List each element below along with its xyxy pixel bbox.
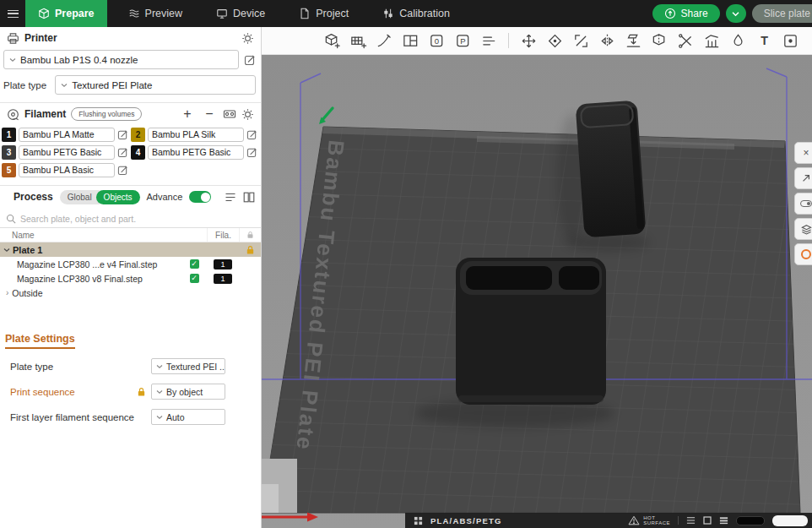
move-button[interactable]	[519, 31, 538, 50]
rotate-button[interactable]	[545, 31, 564, 50]
printer-select[interactable]: Bambu Lab P1S 0.4 nozzle	[3, 50, 239, 69]
filament-color-badge[interactable]: 1	[2, 128, 16, 142]
remove-filament-button[interactable]: −	[201, 107, 218, 121]
filament-settings-button[interactable]	[241, 108, 254, 121]
orange-ring-icon	[801, 249, 811, 259]
model-object-b[interactable]	[456, 258, 606, 405]
visibility-checkbox[interactable]: ✓	[190, 274, 199, 283]
tab-prepare[interactable]: Prepare	[25, 0, 107, 27]
filament-color-badge[interactable]: 2	[131, 128, 145, 142]
plate-corner-step	[262, 484, 279, 513]
tree-row-outside[interactable]: › Outside	[0, 286, 261, 300]
add-filament-button[interactable]: +	[179, 107, 196, 121]
printer-settings-button[interactable]	[241, 32, 254, 45]
filament-select[interactable]: Bambu PETG Basic	[19, 145, 115, 160]
filament-assign-badge[interactable]: 1	[214, 274, 231, 284]
tab-device[interactable]: Device	[203, 0, 278, 27]
first-layer-sequence-select[interactable]: Auto	[151, 409, 225, 425]
color-paint-button[interactable]	[728, 31, 747, 50]
flushing-volumes-button[interactable]: Flushing volumes	[71, 107, 142, 121]
slider-handle[interactable]	[772, 515, 808, 526]
filament-edit-button[interactable]	[246, 129, 257, 140]
filament-color-badge[interactable]: 4	[131, 145, 145, 160]
filament-select[interactable]: Bambu PLA Silk	[148, 128, 244, 142]
filament-select[interactable]: Bambu PLA Matte	[19, 128, 115, 142]
model-object-a[interactable]	[576, 101, 647, 238]
layers-icon	[801, 224, 812, 235]
filament-edit-button[interactable]	[246, 147, 257, 158]
filament-color-badge[interactable]: 5	[2, 163, 16, 177]
search-input[interactable]: Search plate, object and part.	[0, 210, 261, 228]
toggle-objects[interactable]: Objects	[96, 190, 140, 204]
expand-tool-button[interactable]	[794, 167, 812, 189]
ams-sync-button[interactable]	[223, 108, 236, 120]
filament-select[interactable]: Bambu PETG Basic	[148, 145, 244, 160]
mirror-button[interactable]	[598, 31, 616, 50]
gear-icon	[241, 108, 254, 121]
support-icon	[703, 32, 721, 50]
prepare-icon	[38, 8, 50, 19]
toggle-global[interactable]: Global	[60, 190, 100, 204]
share-button[interactable]: Share	[652, 4, 720, 23]
printer-edit-button[interactable]	[244, 54, 256, 66]
support-button[interactable]	[702, 31, 721, 50]
auto-orient-button[interactable]	[375, 31, 393, 50]
filament-edit-button[interactable]	[117, 147, 128, 158]
close-tool-button[interactable]: ×	[794, 142, 812, 164]
hamburger-icon	[8, 10, 19, 18]
tab-calibration[interactable]: Calibration	[370, 0, 463, 27]
tree-row-plate-1[interactable]: Plate 1	[0, 242, 261, 257]
add-plate-button[interactable]	[349, 31, 367, 50]
cut-button[interactable]	[676, 31, 695, 50]
layers-tool-button[interactable]	[794, 218, 812, 240]
plate-lock-button[interactable]	[239, 242, 261, 257]
model-shadow	[566, 234, 650, 251]
print-sequence-select[interactable]: By object	[151, 384, 225, 400]
scale-button[interactable]	[571, 31, 590, 50]
slice-plate-button[interactable]: Slice plate	[752, 4, 812, 23]
filament-indicator-button[interactable]	[794, 243, 812, 265]
tab-project[interactable]: Project	[286, 0, 361, 27]
printer-section-title: Printer	[24, 32, 57, 44]
lock-gold-icon	[246, 245, 255, 255]
menu-button[interactable]	[0, 0, 25, 27]
column-name: Name	[0, 231, 181, 240]
list-tool-button[interactable]	[479, 31, 498, 50]
zero-tool-button[interactable]: 0	[427, 31, 446, 50]
seam-button[interactable]	[781, 31, 799, 50]
share-dropdown-button[interactable]	[726, 4, 746, 23]
filament-item-5: 5 Bambu PLA Basic	[2, 163, 128, 177]
filament-edit-button[interactable]	[117, 165, 128, 176]
edit-icon	[117, 129, 128, 140]
param-table-button[interactable]	[243, 192, 255, 203]
lay-flat-icon	[625, 32, 642, 50]
text-tool-button[interactable]: T	[755, 31, 773, 50]
filament-color-badge[interactable]: 3	[2, 145, 16, 160]
tree-row-object[interactable]: Magazine LCP380 v8 Final.step ✓ 1	[0, 271, 261, 286]
filament-assign-badge[interactable]: 1	[214, 259, 231, 269]
advance-toggle[interactable]	[189, 191, 211, 203]
slice-label: Slice plate	[764, 8, 810, 19]
param-list-button[interactable]	[225, 192, 236, 203]
visibility-checkbox[interactable]: ✓	[190, 259, 199, 269]
viewport-3d-scene[interactable]: Bambu Textured PEI Plate	[262, 55, 812, 528]
lay-flat-button[interactable]	[624, 31, 642, 50]
list-icon	[225, 192, 236, 203]
plate-type-setting-select[interactable]: Textured PEI ...	[151, 358, 225, 374]
stack-icon	[719, 516, 728, 525]
add-object-button[interactable]	[322, 31, 341, 50]
filament-select[interactable]: Bambu PLA Basic	[19, 163, 115, 177]
split-button[interactable]	[650, 31, 669, 50]
tab-preview[interactable]: Preview	[116, 0, 195, 27]
statusbar-box-button[interactable]	[703, 516, 712, 525]
toggle-tool-button[interactable]	[794, 193, 812, 215]
lock-cell	[239, 257, 261, 271]
filament-edit-button[interactable]	[117, 129, 128, 140]
statusbar-stack-button[interactable]	[719, 516, 728, 525]
statusbar-list-button[interactable]	[686, 516, 696, 525]
tree-row-object[interactable]: Magazine LCP380 ...e v4 Final.step ✓ 1	[0, 257, 261, 271]
fila-cell: 1	[207, 271, 239, 286]
plate-type-select[interactable]: Textured PEI Plate	[55, 75, 256, 95]
arrange-button[interactable]	[401, 31, 420, 50]
p-tool-button[interactable]: P	[453, 31, 472, 50]
